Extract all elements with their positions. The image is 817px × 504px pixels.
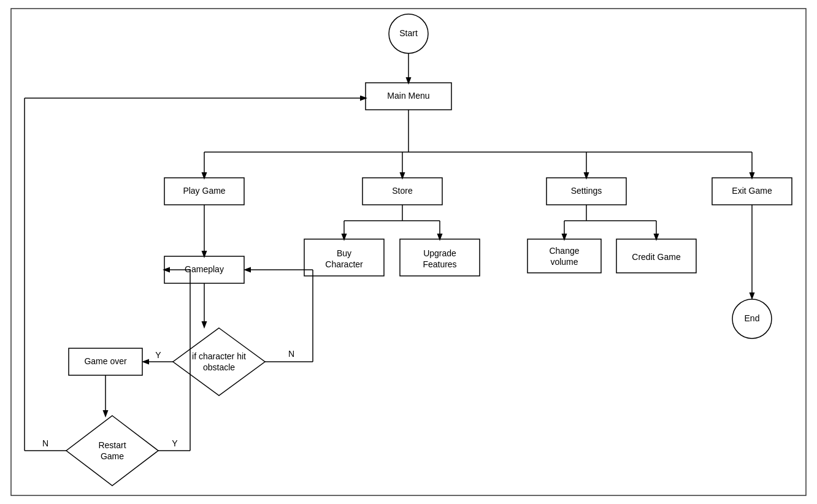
restart-label2: Game bbox=[101, 451, 124, 461]
y-obstacle-label: Y bbox=[155, 350, 161, 360]
n-restart-label: N bbox=[42, 438, 48, 448]
change-volume-node bbox=[527, 239, 601, 273]
start-label: Start bbox=[399, 28, 418, 38]
play-game-label: Play Game bbox=[183, 186, 225, 196]
n-obstacle-label: N bbox=[288, 349, 294, 359]
buy-character-label2: Character bbox=[325, 259, 363, 269]
exit-game-label: Exit Game bbox=[732, 186, 772, 196]
obstacle-label2: obstacle bbox=[203, 362, 235, 372]
upgrade-features-label2: Features bbox=[423, 259, 456, 269]
end-label: End bbox=[745, 313, 760, 323]
main-menu-label: Main Menu bbox=[387, 91, 429, 101]
buy-character-label: Buy bbox=[337, 248, 351, 258]
settings-label: Settings bbox=[571, 186, 602, 196]
credit-game-label: Credit Game bbox=[632, 252, 681, 262]
obstacle-label: if character hit bbox=[192, 351, 246, 361]
change-volume-label2: volume bbox=[550, 257, 578, 267]
restart-label: Restart bbox=[98, 440, 126, 450]
store-label: Store bbox=[392, 186, 413, 196]
upgrade-features-label: Upgrade bbox=[423, 248, 456, 258]
game-over-label: Game over bbox=[84, 356, 127, 366]
y-restart-label: Y bbox=[172, 438, 178, 448]
change-volume-label: Change bbox=[549, 246, 579, 256]
flowchart: Start Main Menu Play Game Store Settings… bbox=[0, 0, 817, 504]
